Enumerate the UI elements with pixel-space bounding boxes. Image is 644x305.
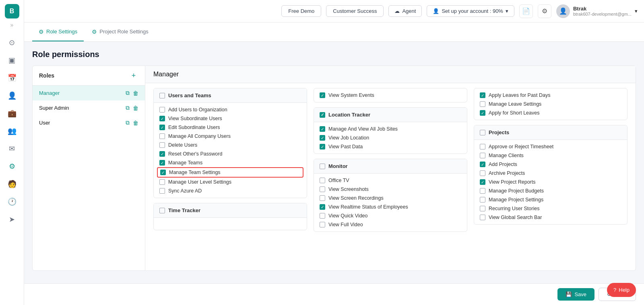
customer-success-button[interactable]: Customer Success (326, 5, 384, 17)
tab-role-settings[interactable]: ⚙ Role Settings (32, 23, 84, 41)
role-item-user[interactable]: User ⧉ 🗑 (33, 115, 145, 130)
perm-card-leaves-partial: ✓ Apply Leaves for Past Days Manage Leav… (474, 88, 627, 120)
cb-view-full-video[interactable] (320, 222, 325, 227)
cb-view-job-location[interactable]: ✓ (320, 135, 325, 141)
cb-view-realtime-status[interactable]: ✓ (320, 204, 325, 210)
roles-layout: Roles + Manager ⧉ 🗑 Super Admin ⧉ (32, 66, 636, 271)
sidebar-item-settings[interactable]: ⚙ (4, 158, 20, 174)
perm-item: Delete Users (159, 142, 301, 148)
cb-users-teams-header[interactable] (159, 93, 165, 98)
cb-apply-short-leaves[interactable]: ✓ (480, 110, 485, 116)
copy-role-icon-user[interactable]: ⧉ (126, 119, 130, 126)
delete-role-icon-super-admin[interactable]: 🗑 (133, 105, 138, 111)
perm-card-monitor: Monitor Office TV View Scre (314, 159, 467, 232)
agent-button[interactable]: ☁ Agent (388, 5, 422, 17)
perm-item: Add Users to Organization (159, 107, 301, 113)
cb-view-project-reports[interactable]: ✓ (480, 179, 485, 185)
perm-item: Manage Project Budgets (480, 188, 621, 194)
cb-view-screen-recordings[interactable] (320, 195, 325, 201)
cb-manage-clients[interactable] (480, 153, 485, 158)
delete-role-icon-user[interactable]: 🗑 (133, 120, 138, 126)
perm-card-partial-top: ✓ View System Events (314, 88, 467, 102)
cb-add-users[interactable] (159, 107, 165, 113)
sidebar-item-tv[interactable]: ▣ (4, 52, 20, 68)
cb-manage-leave-settings[interactable] (480, 101, 485, 107)
copy-role-icon-manager[interactable]: ⧉ (126, 90, 130, 96)
gear-icon-button[interactable]: ⚙ (538, 4, 551, 18)
sidebar-item-briefcase[interactable]: 💼 (4, 105, 20, 121)
cb-apply-leaves-past[interactable]: ✓ (480, 92, 485, 98)
sidebar-expand-icon[interactable]: » (10, 22, 14, 28)
role-item-super-admin[interactable]: Super Admin ⧉ 🗑 (33, 100, 145, 115)
permissions-columns: Users and Teams Add Users to Organizatio… (145, 83, 636, 270)
cb-approve-reject-timesheet[interactable] (480, 144, 485, 149)
sidebar-item-mail[interactable]: ✉ (4, 141, 20, 157)
cb-location-header[interactable]: ✓ (320, 112, 325, 118)
cb-view-past-data[interactable]: ✓ (320, 144, 325, 149)
cb-view-quick-video[interactable] (320, 213, 325, 219)
cb-manage-project-budgets[interactable] (480, 188, 485, 194)
cb-view-subordinate[interactable]: ✓ (159, 116, 165, 121)
help-icon: ? (613, 287, 616, 293)
role-item-manager[interactable]: Manager ⧉ 🗑 (33, 86, 145, 100)
cb-manage-job-sites[interactable]: ✓ (320, 126, 325, 132)
add-role-button[interactable]: + (129, 71, 138, 80)
free-demo-button[interactable]: Free Demo (281, 5, 321, 17)
agent-icon: ☁ (394, 8, 400, 14)
perm-item: ✓ Add Projects (480, 162, 621, 167)
cb-view-global-search-bar[interactable] (480, 215, 485, 220)
doc-icon-button[interactable]: 📄 (519, 4, 533, 18)
sidebar-item-user2[interactable]: 🧑 (4, 176, 20, 192)
cb-office-tv[interactable] (320, 178, 325, 183)
cb-add-projects[interactable]: ✓ (480, 162, 485, 167)
sidebar-item-person[interactable]: 👤 (4, 88, 20, 104)
cb-manage-user-level[interactable] (159, 179, 165, 185)
save-button[interactable]: 💾 Save (557, 288, 594, 301)
delete-role-icon-manager[interactable]: 🗑 (133, 90, 138, 96)
cb-edit-subordinate[interactable]: ✓ (159, 125, 165, 130)
perm-item: ✓ Edit Subordinate Users (159, 125, 301, 130)
cb-manage-teams[interactable]: ✓ (159, 160, 165, 166)
perm-item: Manage Project Settings (480, 197, 621, 203)
user-menu[interactable]: 👤 Btrak btrak607-development@gm... ▾ (556, 4, 638, 18)
cb-time-tracker-header[interactable] (159, 208, 165, 213)
tab-project-role-settings[interactable]: ⚙ Project Role Settings (85, 23, 155, 41)
perm-item: Office TV (320, 178, 461, 183)
bottom-bar: 💾 Save ↺ Reset (24, 283, 644, 305)
perm-item: Manage All Company Users (159, 133, 301, 139)
cb-manage-team-settings[interactable]: ✓ (160, 170, 166, 175)
perm-item: Sync Azure AD (159, 188, 301, 194)
cb-manage-project-settings[interactable] (480, 197, 485, 203)
cb-monitor-header[interactable] (320, 164, 325, 169)
perm-item: ✓ Apply for Short Leaves (480, 110, 621, 116)
page-title: Role permissions (32, 50, 636, 59)
help-button[interactable]: ? Help (607, 283, 636, 297)
perm-item: ✓ Manage Teams (159, 160, 301, 166)
copy-role-icon-super-admin[interactable]: ⧉ (126, 104, 130, 111)
perm-item: View Quick Video (320, 213, 461, 219)
setup-button[interactable]: 👤 Set up your account : 90% ▾ (427, 5, 514, 17)
cb-reset-password[interactable]: ✓ (159, 151, 165, 157)
cb-sync-azure[interactable] (159, 188, 165, 194)
perm-item: View Screen Recordings (320, 195, 461, 201)
cb-archive-projects[interactable] (480, 170, 485, 176)
sidebar-item-clock[interactable]: 🕐 (4, 194, 20, 210)
sidebar-item-team[interactable]: 👥 (4, 123, 20, 139)
cb-view-system-events[interactable]: ✓ (320, 92, 325, 98)
cb-projects-header[interactable] (480, 130, 485, 135)
perm-item: Manage User Level Settings (159, 179, 301, 185)
perm-item: ✓ View System Events (320, 92, 461, 98)
sidebar-item-home[interactable]: ⊙ (4, 35, 20, 51)
cb-view-screenshots[interactable] (320, 186, 325, 192)
perm-col-2: ✓ View System Events ✓ Location Tracker (310, 88, 471, 270)
sidebar-item-send[interactable]: ➤ (4, 211, 20, 227)
topbar: Free Demo Customer Success ☁ Agent 👤 Set… (24, 0, 644, 23)
perm-item: ✓ View Project Reports (480, 179, 621, 185)
cb-delete-users[interactable] (159, 142, 165, 148)
cb-manage-all-users[interactable] (159, 133, 165, 139)
perm-col-1: Users and Teams Add Users to Organizatio… (150, 88, 310, 270)
cb-recurring-user-stories[interactable] (480, 206, 485, 211)
permissions-area: Manager Users and Teams (145, 66, 636, 270)
sidebar-item-calendar[interactable]: 📅 (4, 70, 20, 86)
perm-card-users-teams: Users and Teams Add Users to Organizatio… (153, 88, 307, 198)
